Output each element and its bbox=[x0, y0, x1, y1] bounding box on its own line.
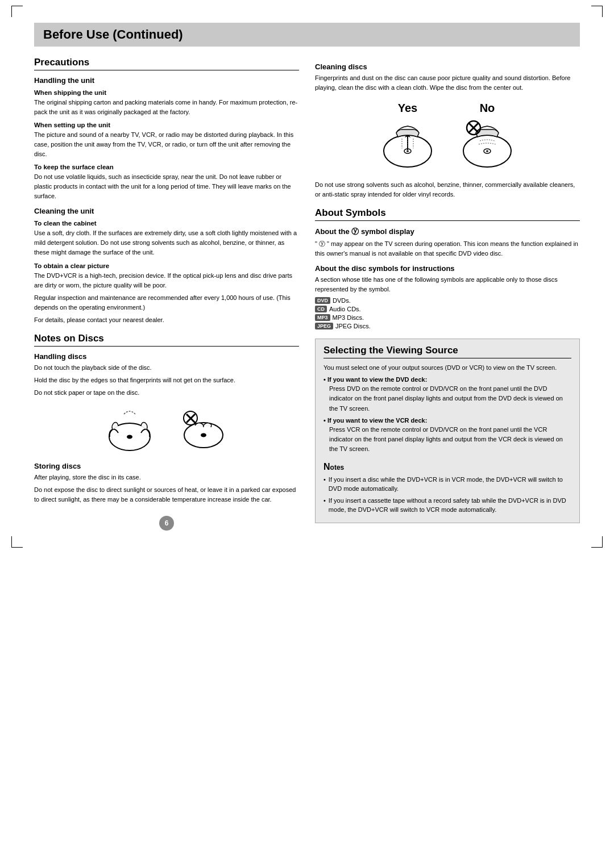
page-number-container: 6 bbox=[34, 516, 299, 531]
storing-discs-title: Storing discs bbox=[34, 462, 299, 470]
corner-mark-tl bbox=[11, 6, 23, 17]
handling-unit-title: Handling the unit bbox=[34, 76, 299, 85]
clear-picture-text2: Regular inspection and maintenance are r… bbox=[34, 293, 299, 312]
notes-header: Notes bbox=[323, 462, 571, 472]
note-2-text: If you insert a cassette tape without a … bbox=[329, 496, 571, 515]
symbol-display-text: " ⓨ " may appear on the TV screen during… bbox=[315, 239, 580, 258]
corner-mark-tr bbox=[591, 6, 603, 17]
no-disc-container: No bbox=[456, 102, 518, 171]
disc-types-list: DVD DVDs. CD Audio CDs. MP3 MP3 Discs. J… bbox=[315, 297, 580, 329]
page-number-badge: 6 bbox=[159, 516, 174, 531]
notes-otes: otes bbox=[330, 464, 345, 471]
when-setting-up-text: The picture and sound of a nearby TV, VC… bbox=[34, 130, 299, 159]
surface-clean-subtitle: To keep the surface clean bbox=[34, 164, 299, 170]
dvd-badge: DVD bbox=[315, 297, 330, 304]
mp3-badge: MP3 bbox=[315, 314, 330, 321]
selecting-viewing-source-title: Selecting the Viewing Source bbox=[323, 345, 571, 358]
cd-badge: CD bbox=[315, 306, 327, 312]
corner-mark-br bbox=[591, 536, 603, 548]
when-setting-up-subtitle: When setting up the unit bbox=[34, 122, 299, 128]
cleaning-warning-text: Do not use strong solvents such as alcoh… bbox=[315, 180, 580, 199]
note-item-2: If you insert a cassette tape without a … bbox=[323, 496, 571, 515]
cleaning-discs-section: Cleaning discs Fingerprints and dust on … bbox=[315, 62, 580, 199]
disc-cleaning-images: Yes bbox=[315, 102, 580, 171]
clear-picture-text3: For details, please contact your nearest… bbox=[34, 315, 299, 325]
no-label: No bbox=[480, 102, 495, 115]
disc-type-dvd: DVD DVDs. bbox=[315, 297, 580, 304]
jpeg-label: JPEG Discs. bbox=[335, 323, 371, 329]
storing-discs-text2: Do not expose the disc to direct sunligh… bbox=[34, 485, 299, 504]
precautions-title: Precautions bbox=[34, 57, 299, 70]
page-header: Before Use (Continued) bbox=[34, 23, 580, 47]
dvd-deck-subtitle: • If you want to view the DVD deck: bbox=[323, 376, 571, 383]
page-container: Before Use (Continued) Precautions Handl… bbox=[34, 23, 580, 531]
selecting-viewing-source-text: You must select one of your output sourc… bbox=[323, 363, 571, 373]
symbol-display-title: About the ⓨ symbol display bbox=[315, 227, 580, 237]
dvd-label: DVDs. bbox=[333, 297, 351, 304]
handling-disc-images bbox=[34, 406, 299, 454]
two-column-layout: Precautions Handling the unit When shipp… bbox=[34, 57, 580, 531]
svg-point-1 bbox=[127, 435, 132, 439]
clear-picture-text1: The DVD+VCR is a high-tech, precision de… bbox=[34, 271, 299, 290]
handling-discs-title: Handling discs bbox=[34, 352, 299, 361]
note-item-1: If you insert a disc while the DVD+VCR i… bbox=[323, 475, 571, 494]
disc-type-jpeg: JPEG JPEG Discs. bbox=[315, 323, 580, 329]
disc-type-mp3: MP3 MP3 Discs. bbox=[315, 314, 580, 321]
about-symbols-section: About Symbols About the ⓨ symbol display… bbox=[315, 207, 580, 329]
dvd-deck-text: Press DVD on the remote control or DVD/V… bbox=[329, 384, 571, 413]
cd-label: Audio CDs. bbox=[329, 306, 361, 312]
disc-type-cd: CD Audio CDs. bbox=[315, 306, 580, 312]
page-title: Before Use (Continued) bbox=[43, 27, 571, 42]
clean-cabinet-text: Use a soft, dry cloth. If the surfaces a… bbox=[34, 228, 299, 257]
cleaning-discs-title: Cleaning discs bbox=[315, 62, 580, 71]
handling-discs-text3: Do not stick paper or tape on the disc. bbox=[34, 388, 299, 398]
handling-discs-text1: Do not touch the playback side of the di… bbox=[34, 363, 299, 373]
storing-discs-text1: After playing, store the disc in its cas… bbox=[34, 473, 299, 482]
note-1-text: If you insert a disc while the DVD+VCR i… bbox=[329, 475, 571, 494]
about-symbols-title: About Symbols bbox=[315, 207, 580, 221]
cleaning-discs-text: Fingerprints and dust on the disc can ca… bbox=[315, 73, 580, 93]
notes-n-big: N bbox=[323, 462, 330, 471]
jpeg-badge: JPEG bbox=[315, 323, 333, 329]
svg-point-9 bbox=[406, 151, 409, 152]
clear-picture-subtitle: To obtain a clear picture bbox=[34, 262, 299, 269]
right-column: Cleaning discs Fingerprints and dust on … bbox=[315, 57, 580, 531]
vcr-deck-text: Press VCR on the remote control or DVD/V… bbox=[329, 425, 571, 454]
yes-label: Yes bbox=[398, 102, 417, 115]
mp3-label: MP3 Discs. bbox=[333, 314, 364, 321]
disc-symbols-text: A section whose title has one of the fol… bbox=[315, 275, 580, 294]
disc-symbols-title: About the disc symbols for instructions bbox=[315, 264, 580, 273]
notes-on-discs-title: Notes on Discs bbox=[34, 333, 299, 347]
notes-on-discs-section: Notes on Discs Handling discs Do not tou… bbox=[34, 333, 299, 504]
clean-cabinet-subtitle: To clean the cabinet bbox=[34, 220, 299, 227]
surface-clean-text: Do not use volatile liquids, such as ins… bbox=[34, 172, 299, 201]
bad-handling-disc-icon bbox=[178, 406, 229, 454]
svg-point-15 bbox=[486, 151, 488, 152]
selecting-viewing-source-section: Selecting the Viewing Source You must se… bbox=[315, 339, 580, 523]
no-disc-icon bbox=[456, 117, 518, 171]
vcr-deck-subtitle: • If you want to view the VCR deck: bbox=[323, 417, 571, 424]
notes-box: Notes If you insert a disc while the DVD… bbox=[323, 462, 571, 515]
yes-disc-icon bbox=[376, 117, 439, 171]
yes-disc-container: Yes bbox=[376, 102, 439, 171]
when-shipping-text: The original shipping carton and packing… bbox=[34, 98, 299, 117]
corner-mark-bl bbox=[11, 536, 23, 548]
left-column: Precautions Handling the unit When shipp… bbox=[34, 57, 299, 531]
handling-discs-text2: Hold the disc by the edges so that finge… bbox=[34, 375, 299, 385]
precautions-section: Precautions Handling the unit When shipp… bbox=[34, 57, 299, 325]
good-handling-disc-icon bbox=[104, 406, 155, 454]
cleaning-unit-title: Cleaning the unit bbox=[34, 207, 299, 215]
svg-point-3 bbox=[201, 433, 206, 437]
when-shipping-subtitle: When shipping the unit bbox=[34, 89, 299, 96]
